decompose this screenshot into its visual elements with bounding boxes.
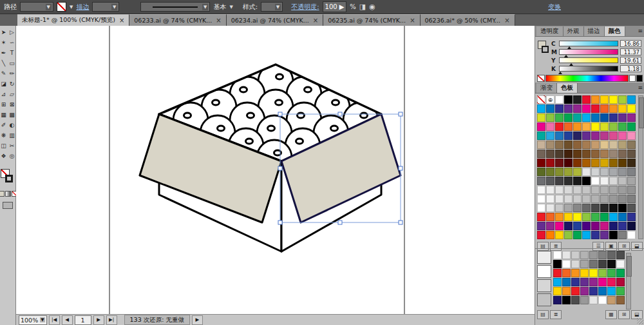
swatch[interactable]	[609, 141, 618, 149]
opacity-mask-icon[interactable]: ◨	[359, 3, 366, 11]
recolor-artwork-icon[interactable]: ◉	[369, 3, 375, 11]
swatch[interactable]	[553, 269, 562, 277]
swatch[interactable]	[562, 251, 571, 259]
swatch[interactable]	[553, 251, 562, 259]
color-spectrum-bar[interactable]	[545, 75, 629, 82]
swatch[interactable]	[618, 95, 627, 104]
swatch[interactable]	[580, 287, 589, 295]
swatch[interactable]	[600, 104, 609, 113]
swatch[interactable]	[537, 186, 545, 194]
swatch[interactable]	[607, 296, 616, 304]
scale-tool[interactable]: ⊿	[0, 91, 7, 98]
swatch[interactable]	[607, 251, 616, 259]
grid-view-button[interactable]: ▦	[605, 310, 617, 319]
swatch[interactable]	[537, 150, 545, 158]
spinner-icon[interactable]: ▶	[339, 3, 345, 10]
swatch[interactable]	[616, 278, 625, 286]
swatch[interactable]	[537, 159, 545, 167]
swatch[interactable]	[627, 177, 636, 185]
swatch[interactable]	[537, 141, 545, 149]
swatch[interactable]	[564, 150, 573, 158]
selection-handle[interactable]	[278, 221, 282, 224]
stroke-color-swatch[interactable]	[542, 46, 549, 53]
scrollbar-thumb[interactable]	[627, 256, 632, 277]
style-thumbnail[interactable]	[537, 265, 551, 278]
swatch[interactable]	[537, 222, 545, 230]
swatch[interactable]	[580, 260, 589, 268]
swatch[interactable]	[555, 168, 564, 176]
resize-grip[interactable]	[637, 318, 643, 324]
swatch[interactable]	[582, 150, 591, 158]
k-value-field[interactable]: 1.18	[620, 65, 641, 72]
swatch[interactable]	[546, 168, 554, 176]
column-graph-tool[interactable]: ▥	[8, 132, 15, 139]
swatch[interactable]	[564, 95, 573, 104]
swatch[interactable]	[589, 296, 598, 304]
swatch[interactable]	[553, 287, 562, 295]
swatch[interactable]	[571, 296, 580, 304]
swatch[interactable]	[609, 95, 618, 104]
swatch[interactable]	[553, 260, 562, 268]
swatch[interactable]	[627, 213, 636, 221]
selection-handle[interactable]	[278, 166, 282, 170]
stroke-color-swatch[interactable]	[5, 175, 13, 182]
stroke-weight-dropdown[interactable]: ▼	[92, 2, 119, 12]
swatch[interactable]	[582, 204, 591, 212]
selection-handle[interactable]	[399, 166, 402, 170]
swatch[interactable]	[555, 231, 564, 239]
swatch[interactable]	[546, 222, 554, 230]
swatch[interactable]	[591, 141, 600, 149]
pencil-tool[interactable]: ✏	[8, 70, 15, 77]
variable-width-dropdown[interactable]: ▼	[20, 2, 53, 12]
swatch[interactable]	[591, 186, 600, 194]
swatch[interactable]	[564, 204, 573, 212]
swatch[interactable]	[573, 222, 582, 230]
magic-wand-tool[interactable]: ✶	[0, 39, 7, 46]
swatch[interactable]	[618, 104, 627, 113]
document-tab[interactable]: 06233.ai @ 74% (CMYK...×	[129, 14, 226, 26]
swatch[interactable]	[564, 186, 573, 194]
swatch[interactable]	[618, 177, 627, 185]
panel-tab[interactable]: 描边	[584, 26, 605, 36]
swatch[interactable]	[600, 113, 609, 122]
slice-tool[interactable]: ✂	[8, 143, 15, 150]
next-artboard-button[interactable]: ▶	[93, 315, 104, 325]
swatch[interactable]	[546, 204, 554, 212]
swatch[interactable]	[573, 104, 582, 113]
swatch[interactable]	[562, 296, 571, 304]
swatch[interactable]	[555, 150, 564, 158]
swatch[interactable]	[555, 222, 564, 230]
document-tab[interactable]: 06235.ai @ 74% (CMYK...×	[323, 14, 420, 26]
eyedropper-tool[interactable]: ✐	[0, 122, 7, 129]
swatch[interactable]	[600, 168, 609, 176]
swatch[interactable]	[571, 260, 580, 268]
swatch[interactable]	[564, 104, 573, 113]
swatch[interactable]	[627, 141, 636, 149]
swatch[interactable]	[600, 123, 609, 131]
swatch[interactable]	[573, 113, 582, 122]
paintbrush-tool[interactable]: ✎	[0, 70, 7, 77]
swatch[interactable]	[555, 177, 564, 185]
status-expand-button[interactable]: ▶	[192, 315, 203, 325]
swatch[interactable]	[546, 231, 554, 239]
swatch[interactable]	[546, 195, 554, 203]
swatch[interactable]	[562, 287, 571, 295]
swatch[interactable]	[546, 150, 554, 158]
swatch[interactable]	[555, 123, 564, 131]
panel-tab[interactable]: 颜色	[605, 26, 625, 36]
swatch[interactable]	[591, 213, 600, 221]
swatch[interactable]	[573, 177, 582, 185]
artboard-number-field[interactable]: 1	[75, 315, 91, 325]
swatch[interactable]	[618, 168, 627, 176]
gradient-tool[interactable]: ▩	[8, 112, 15, 119]
swatch[interactable]	[562, 269, 571, 277]
shape-builder-tool[interactable]: ⊞	[0, 101, 7, 108]
swatch[interactable]	[609, 231, 618, 239]
swatch[interactable]	[573, 195, 582, 203]
swatch[interactable]	[555, 186, 564, 194]
swatches-scrollbar[interactable]	[638, 95, 643, 239]
chevron-down-icon[interactable]: ▼	[70, 5, 73, 10]
eraser-tool[interactable]: ◪	[0, 81, 7, 88]
screen-mode-button[interactable]	[3, 202, 13, 209]
swatch[interactable]	[600, 95, 609, 104]
